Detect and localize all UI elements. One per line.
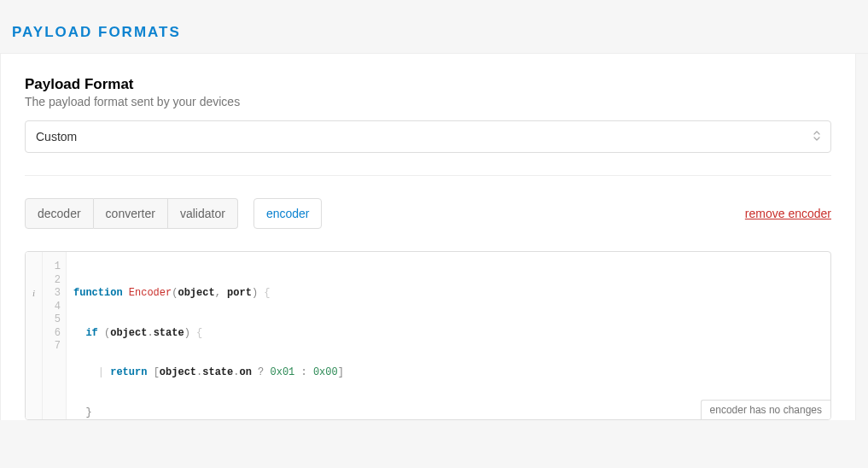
info-gutter: i: [26, 252, 43, 419]
section-title: Payload Format: [25, 76, 831, 93]
tab-decoder[interactable]: decoder: [25, 198, 94, 229]
divider: [25, 175, 831, 176]
format-select[interactable]: Custom: [25, 120, 831, 153]
format-select-wrap: Custom: [25, 120, 831, 153]
line-gutter: 1 2 3 4 5 6 7: [43, 252, 67, 419]
remove-encoder-link[interactable]: remove encoder: [745, 207, 831, 220]
code-line: function Encoder(object, port) {: [73, 287, 824, 301]
content-panel: Payload Format The payload format sent b…: [0, 54, 856, 420]
editor-status: encoder has no changes: [701, 400, 830, 419]
section-subtitle: The payload format sent by your devices: [25, 95, 831, 108]
tab-encoder[interactable]: encoder: [253, 198, 323, 229]
page-header: Payload Formats: [0, 0, 868, 54]
tab-row: decoder converter validator encoder remo…: [25, 198, 831, 229]
code-line: if (object.state) {: [73, 327, 824, 341]
tab-validator[interactable]: validator: [168, 198, 238, 229]
tab-converter[interactable]: converter: [94, 198, 168, 229]
page-title: Payload Formats: [12, 24, 856, 41]
code-lines[interactable]: function Encoder(object, port) { if (obj…: [67, 252, 830, 419]
code-line: | return [object.state.on ? 0x01 : 0x00]: [73, 366, 824, 380]
code-editor[interactable]: i 1 2 3 4 5 6 7 function Encoder(object,…: [25, 251, 831, 420]
tabs: decoder converter validator encoder: [25, 198, 322, 229]
code-body: i 1 2 3 4 5 6 7 function Encoder(object,…: [26, 252, 830, 419]
info-icon: i: [26, 287, 42, 301]
